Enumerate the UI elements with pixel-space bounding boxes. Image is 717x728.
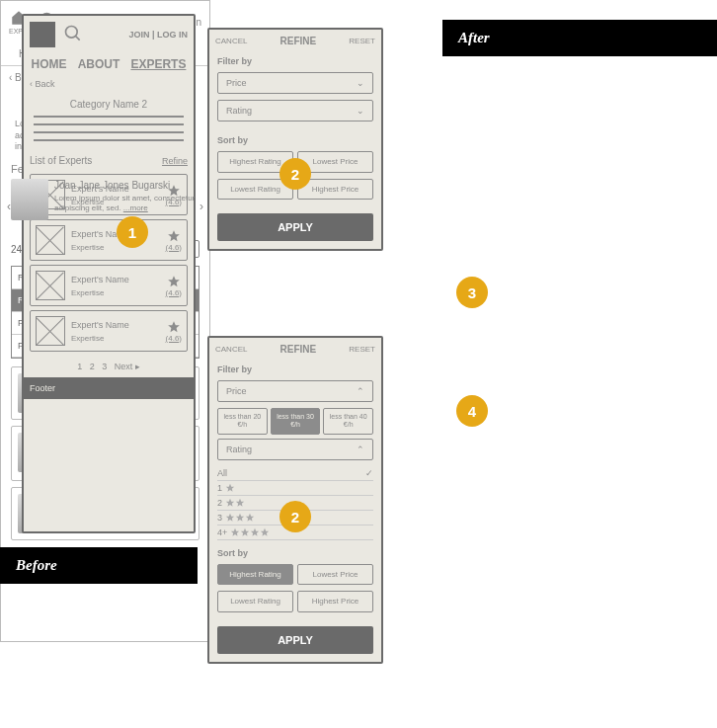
expert-card[interactable]: Expert's NameExpertise (4.6) [30, 265, 188, 306]
before-phone-main: JOIN | LOG IN HOME ABOUT EXPERTS ‹ Back … [22, 14, 196, 533]
refine-collapsed: CANCEL REFINE RESET Filter by Price⌄ Rat… [207, 28, 383, 251]
price-dropdown-open[interactable]: Price⌃ [217, 380, 373, 402]
back-link[interactable]: ‹ Back [24, 75, 194, 93]
nav-home[interactable]: HOME [32, 57, 67, 71]
footer: Footer [24, 377, 194, 399]
page-title: Category Name 2 [24, 93, 194, 116]
expert-card[interactable]: Expert's NameExpertise (4.6) [30, 310, 188, 352]
apply-button[interactable]: APPLY [217, 213, 373, 241]
filter-by-label: Filter by [217, 56, 373, 66]
cancel-button[interactable]: CANCEL [215, 345, 247, 354]
chevron-down-icon: ⌄ [357, 106, 364, 116]
chevron-down-icon: ⌄ [357, 78, 364, 88]
sort-highest-rating[interactable]: Highest Rating [217, 564, 293, 586]
price-opt[interactable]: less than 20 €/h [217, 408, 268, 435]
pagination: 1 2 3 Next ▸ [24, 356, 194, 377]
sort-lowest-price[interactable]: Lowest Price [297, 564, 373, 586]
svg-point-0 [66, 27, 78, 39]
nav-experts[interactable]: EXPERTS [130, 57, 186, 71]
nav-about[interactable]: ABOUT [78, 57, 120, 71]
cancel-button[interactable]: CANCEL [215, 37, 247, 45]
price-opt-selected[interactable]: less than 30 €/h [271, 408, 321, 435]
list-header: List of Experts [30, 155, 92, 166]
check-icon: ✓ [365, 468, 373, 478]
logo-placeholder [30, 22, 55, 47]
price-opt[interactable]: less than 40 €/h [323, 408, 373, 435]
refine-link[interactable]: Refine [162, 156, 188, 166]
price-dropdown[interactable]: Price⌄ [217, 72, 373, 94]
rating-all[interactable]: All✓ [217, 466, 373, 481]
after-label: After [442, 20, 717, 56]
annotation-badge-2b: 2 [279, 501, 311, 532]
nav-tabs: HOME ABOUT EXPERTS [24, 53, 194, 75]
featured-name: Joan Jane Jones Bugarski [54, 179, 199, 192]
apply-button[interactable]: APPLY [217, 626, 373, 654]
expert-card[interactable]: Expert's NameExpertise (4.6) [30, 219, 188, 261]
annotation-badge-3: 3 [456, 277, 488, 308]
rating-1[interactable]: 1 [217, 481, 373, 496]
sort-highest-price[interactable]: Highest Price [297, 591, 373, 612]
before-label: Before [0, 547, 198, 584]
reset-button[interactable]: RESET [349, 345, 375, 354]
rating-dropdown[interactable]: Rating⌄ [217, 100, 373, 121]
sort-lowest-rating[interactable]: Lowest Rating [217, 591, 293, 612]
featured-card[interactable]: ‹ Joan Jane Jones Bugarski Lorem ipsum d… [11, 179, 199, 220]
desc-placeholder [24, 116, 194, 141]
svg-line-1 [76, 37, 80, 40]
chevron-up-icon: ⌃ [357, 445, 364, 454]
refine-expanded: CANCEL REFINE RESET Filter by Price⌃ les… [207, 336, 383, 664]
more-link[interactable]: ...more [123, 203, 148, 212]
refine-title: REFINE [280, 36, 317, 46]
rating-dropdown-open[interactable]: Rating⌃ [217, 439, 373, 460]
annotation-badge-1: 1 [117, 216, 148, 248]
join-link[interactable]: JOIN [128, 30, 149, 40]
reset-button[interactable]: RESET [349, 37, 375, 45]
refine-title: REFINE [280, 344, 317, 355]
login-link[interactable]: LOG IN [157, 30, 188, 40]
carousel-next-icon[interactable]: › [199, 200, 203, 213]
annotation-badge-2: 2 [279, 158, 311, 190]
chevron-up-icon: ⌃ [357, 386, 364, 396]
sort-by-label: Sort by [217, 135, 373, 145]
annotation-badge-4: 4 [456, 395, 488, 427]
search-icon[interactable] [63, 24, 83, 45]
carousel-prev-icon[interactable]: ‹ [7, 200, 11, 213]
expert-photo [11, 179, 48, 220]
